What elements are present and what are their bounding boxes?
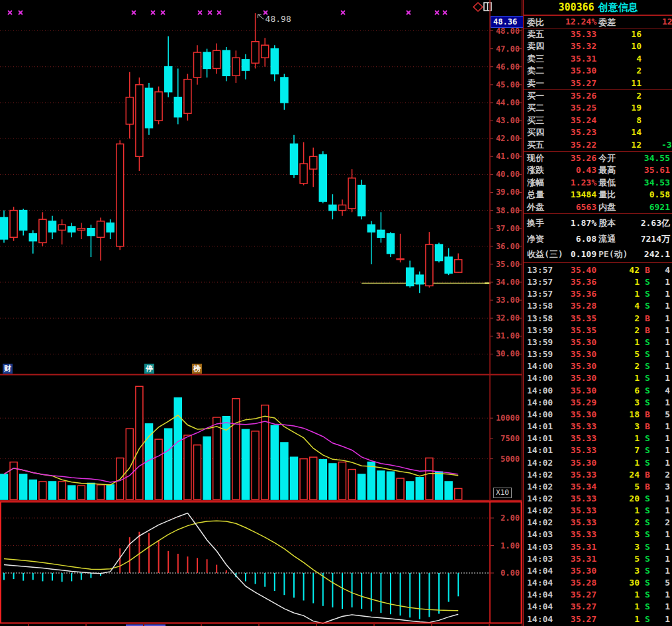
candle-body[interactable] — [29, 234, 36, 241]
candle-body[interactable] — [455, 260, 462, 272]
volume-bar[interactable] — [367, 462, 375, 499]
volume-bar[interactable] — [281, 443, 288, 499]
candle-body[interactable] — [367, 225, 375, 232]
volume-bar[interactable] — [58, 482, 66, 499]
volume-bar[interactable] — [291, 457, 298, 499]
candle-body[interactable] — [436, 244, 443, 260]
candle-body[interactable] — [319, 155, 326, 201]
volume-bar[interactable] — [165, 429, 172, 499]
candle-body[interactable] — [262, 45, 269, 58]
tick-trade-list[interactable]: 13:5735.4042B413:5735.361S113:5735.361S1… — [524, 264, 672, 626]
kline-volume-macd-chart[interactable]: 48.0047.0046.0045.0044.0043.0042.0041.00… — [0, 0, 523, 626]
volume-bar[interactable] — [49, 482, 56, 499]
tag-ting[interactable]: 停 — [144, 364, 154, 374]
candle-body[interactable] — [242, 60, 250, 70]
volume-bar[interactable] — [339, 462, 346, 499]
candle-body[interactable] — [377, 230, 385, 237]
sell-level-row[interactable]: 卖三35.314 — [524, 53, 672, 65]
volume-bar[interactable] — [77, 486, 85, 499]
volume-bar[interactable] — [426, 458, 433, 499]
volume-bar[interactable] — [407, 482, 414, 499]
buy-level-row[interactable]: 买一35.262 — [524, 90, 672, 102]
volume-bar[interactable] — [107, 485, 114, 499]
volume-bar[interactable] — [329, 464, 336, 499]
volume-bar[interactable] — [319, 460, 326, 499]
candle-body[interactable] — [184, 79, 191, 114]
candle-body[interactable] — [146, 88, 153, 128]
volume-bar[interactable] — [310, 457, 317, 499]
volume-bar[interactable] — [300, 459, 307, 499]
candle-body[interactable] — [49, 221, 56, 232]
candle-body[interactable] — [1, 217, 8, 239]
volume-bar[interactable] — [377, 471, 385, 499]
candle-body[interactable] — [416, 275, 423, 284]
volume-bar[interactable] — [387, 472, 395, 499]
candle-body[interactable] — [87, 229, 95, 236]
volume-bar[interactable] — [155, 439, 162, 499]
diamond-icon[interactable] — [473, 3, 483, 11]
candle-body[interactable] — [136, 85, 143, 156]
volume-bar[interactable] — [174, 398, 181, 500]
candle-body[interactable] — [107, 223, 114, 233]
stock-header[interactable]: 300366创意信息 — [524, 0, 672, 16]
volume-bar[interactable] — [242, 429, 250, 499]
sell-level-row[interactable]: 卖五35.3316 — [524, 28, 672, 40]
candle-body[interactable] — [397, 259, 404, 260]
candle-body[interactable] — [445, 257, 452, 273]
candle-body[interactable] — [194, 52, 201, 78]
volume-bar[interactable] — [436, 472, 443, 499]
candle-body[interactable] — [174, 97, 181, 117]
candle-body[interactable] — [222, 50, 230, 76]
candle-body[interactable] — [252, 42, 259, 64]
volume-bar[interactable] — [271, 425, 278, 499]
volume-bar[interactable] — [358, 474, 365, 499]
volume-bar[interactable] — [445, 482, 452, 499]
sell-level-row[interactable]: 卖一35.2711 — [524, 78, 672, 89]
candle-body[interactable] — [58, 225, 66, 230]
candle-body[interactable] — [203, 52, 211, 68]
candle-body[interactable] — [281, 78, 288, 103]
candle-body[interactable] — [271, 49, 278, 74]
volume-bar[interactable] — [68, 486, 75, 499]
volume-bar[interactable] — [1, 474, 8, 499]
candle-body[interactable] — [339, 205, 346, 210]
sell-level-row[interactable]: 卖四35.3210 — [524, 40, 672, 52]
volume-bar[interactable] — [232, 399, 240, 499]
candle-body[interactable] — [387, 234, 395, 254]
volume-bar[interactable] — [348, 470, 356, 499]
volume-bar[interactable] — [39, 482, 46, 499]
sell-level-row[interactable]: 卖二35.302 — [524, 65, 672, 77]
volume-bar[interactable] — [194, 445, 201, 499]
volume-bar[interactable] — [126, 429, 133, 499]
candle-body[interactable] — [68, 227, 75, 232]
volume-bar[interactable] — [20, 474, 27, 499]
volume-bar[interactable] — [262, 405, 269, 499]
candle-body[interactable] — [407, 268, 414, 286]
buy-level-row[interactable]: 买五35.2212-3 — [524, 139, 672, 151]
buy-level-row[interactable]: 买四35.2314 — [524, 127, 672, 138]
volume-bar[interactable] — [252, 431, 259, 499]
volume-bar[interactable] — [397, 478, 404, 499]
buy-level-row[interactable]: 买二35.2519 — [524, 102, 672, 114]
volume-bar[interactable] — [213, 417, 220, 499]
candle-body[interactable] — [348, 178, 356, 209]
candle-body[interactable] — [300, 164, 307, 183]
candle-body[interactable] — [155, 92, 162, 121]
candle-body[interactable] — [310, 156, 317, 169]
buy-level-row[interactable]: 买三35.248 — [524, 115, 672, 127]
candle-body[interactable] — [77, 229, 85, 231]
candle-body[interactable] — [426, 244, 433, 286]
tag-cai[interactable]: 财 — [3, 364, 13, 374]
candle-body[interactable] — [213, 50, 220, 68]
volume-bar[interactable] — [29, 480, 36, 499]
candle-body[interactable] — [39, 219, 46, 242]
candle-body[interactable] — [291, 144, 298, 174]
volume-bar[interactable] — [203, 437, 211, 499]
volume-bar[interactable] — [184, 435, 191, 499]
tag-bang[interactable]: 榜 — [192, 364, 202, 374]
candle-body[interactable] — [97, 221, 105, 237]
candle-body[interactable] — [165, 67, 172, 92]
candle-body[interactable] — [126, 97, 133, 125]
volume-bar[interactable] — [416, 478, 423, 499]
candle-body[interactable] — [232, 58, 240, 76]
